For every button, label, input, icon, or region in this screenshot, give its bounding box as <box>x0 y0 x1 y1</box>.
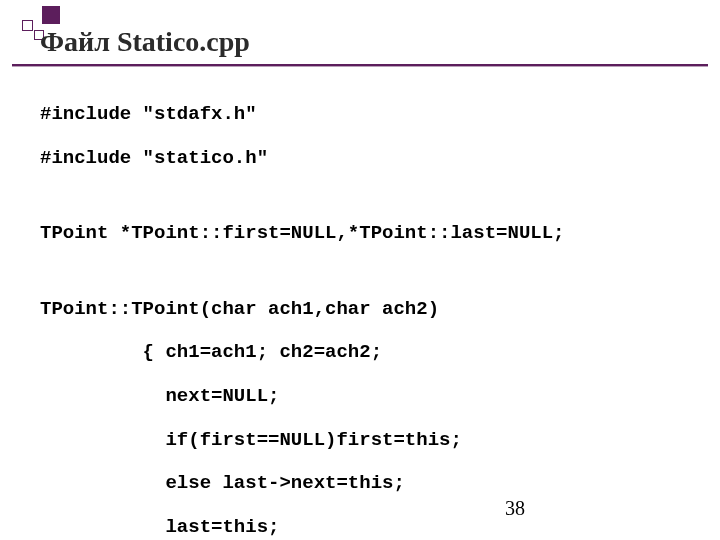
code-block: #include "stdafx.h" #include "statico.h"… <box>40 82 565 540</box>
square-icon <box>42 6 60 24</box>
blank-line <box>40 191 565 201</box>
blank-line <box>40 267 565 277</box>
slide: Файл Statico.cpp #include "stdafx.h" #in… <box>0 0 720 540</box>
code-line: #include "stdafx.h" <box>40 104 565 126</box>
code-line: TPoint::TPoint(char ach1,char ach2) <box>40 299 565 321</box>
code-line: { ch1=ach1; ch2=ach2; <box>40 342 565 364</box>
code-line: #include "statico.h" <box>40 148 565 170</box>
page-number: 38 <box>505 497 525 520</box>
small-square-icon <box>22 20 33 31</box>
code-line: last=this; <box>40 517 565 539</box>
code-line: next=NULL; <box>40 386 565 408</box>
code-line: if(first==NULL)first=this; <box>40 430 565 452</box>
slide-title: Файл Statico.cpp <box>40 26 250 58</box>
code-line: else last->next=this; <box>40 473 565 495</box>
title-underline <box>12 64 708 67</box>
code-line: TPoint *TPoint::first=NULL,*TPoint::last… <box>40 223 565 245</box>
